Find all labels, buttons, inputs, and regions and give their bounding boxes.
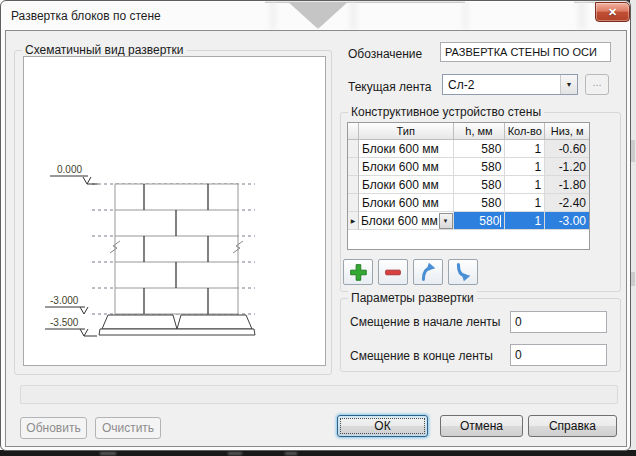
type-cell[interactable]: Блоки 600 мм bbox=[359, 176, 454, 194]
table-header-row: Тип h, мм Кол-во Низ, м bbox=[348, 123, 589, 140]
type-cell[interactable]: Блоки 600 мм bbox=[359, 140, 454, 158]
row-selector-cell[interactable] bbox=[348, 176, 359, 194]
designation-input[interactable] bbox=[440, 42, 611, 62]
low-cell[interactable]: -1.20 bbox=[545, 158, 589, 176]
start-offset-input[interactable] bbox=[510, 311, 607, 333]
height-cell[interactable]: 580 bbox=[454, 194, 506, 212]
combo-dropdown-button[interactable]: ▼ bbox=[560, 75, 577, 94]
height-cell[interactable]: 580 bbox=[454, 158, 506, 176]
current-strip-value: Сл-2 bbox=[443, 78, 560, 92]
column-header-low[interactable]: Низ, м bbox=[545, 123, 589, 140]
count-cell[interactable]: 1 bbox=[505, 158, 545, 176]
count-cell[interactable]: 1 bbox=[505, 176, 545, 194]
elevation-label: -3.500 bbox=[50, 317, 79, 328]
height-cell-editing[interactable]: 580 bbox=[454, 212, 506, 230]
end-offset-input[interactable] bbox=[510, 344, 607, 366]
text-caret bbox=[500, 215, 501, 227]
table-row-selected[interactable]: ▶ Блоки 600 мм ▼ 580 1 -3.00 bbox=[348, 212, 589, 230]
row-selector-cell[interactable] bbox=[348, 140, 359, 158]
background-artifact bbox=[100, 452, 116, 455]
low-cell[interactable]: -2.40 bbox=[545, 194, 589, 212]
elevation-mark-top: 0.000 bbox=[50, 164, 98, 184]
block-courses-table: Тип h, мм Кол-во Низ, м Блоки 600 мм 580… bbox=[347, 122, 590, 250]
low-cell[interactable]: -3.00 bbox=[545, 212, 589, 230]
background-artifact bbox=[228, 452, 242, 455]
browse-strip-button[interactable]: ... bbox=[585, 74, 609, 95]
current-strip-combobox[interactable]: Сл-2 ▼ bbox=[442, 74, 578, 95]
help-button[interactable]: Справка bbox=[528, 415, 617, 437]
start-offset-label: Смещение в начале ленты bbox=[350, 315, 500, 329]
chevron-down-icon: ▼ bbox=[443, 218, 449, 224]
table-row[interactable]: Блоки 600 мм 580 1 -0.60 bbox=[348, 140, 589, 158]
add-row-button[interactable] bbox=[343, 259, 373, 285]
close-button[interactable]: ✕ bbox=[595, 2, 630, 22]
row-selector-cell[interactable]: ▶ bbox=[348, 212, 359, 230]
designation-label: Обозначение bbox=[348, 47, 422, 61]
table-row[interactable]: Блоки 600 мм 580 1 -1.80 bbox=[348, 176, 589, 194]
table-row[interactable]: Блоки 600 мм 580 1 -1.20 bbox=[348, 158, 589, 176]
plus-icon bbox=[347, 261, 369, 283]
count-cell[interactable]: 1 bbox=[505, 212, 545, 230]
type-cell[interactable]: Блоки 600 мм bbox=[359, 158, 454, 176]
minus-icon bbox=[382, 261, 404, 283]
column-header-height[interactable]: h, мм bbox=[454, 123, 506, 140]
dialog-title: Развертка блоков по стене bbox=[11, 9, 161, 23]
count-cell[interactable]: 1 bbox=[505, 140, 545, 158]
update-button[interactable]: Обновить bbox=[20, 417, 87, 439]
structure-group-label: Конструктивное устройство стены bbox=[348, 105, 544, 119]
move-row-down-button[interactable] bbox=[448, 259, 478, 285]
status-panel bbox=[20, 385, 618, 404]
row-selector-cell[interactable] bbox=[348, 158, 359, 176]
elevation-mark-wall-bottom: -3.000 bbox=[45, 295, 88, 314]
low-cell[interactable]: -0.60 bbox=[545, 140, 589, 158]
row-selector-header bbox=[348, 123, 359, 140]
schematic-canvas: 0.000 -3.000 -3.500 bbox=[23, 56, 326, 366]
row-selector-cell[interactable] bbox=[348, 194, 359, 212]
column-header-count[interactable]: Кол-во bbox=[505, 123, 545, 140]
wall-development-drawing: 0.000 -3.000 -3.500 bbox=[24, 57, 325, 365]
background-artifact bbox=[285, 452, 297, 455]
current-strip-label: Текущая лента bbox=[348, 80, 431, 94]
clear-button[interactable]: Очистить bbox=[95, 417, 161, 439]
type-cell-dropdown-button[interactable]: ▼ bbox=[439, 213, 453, 229]
table-row[interactable]: Блоки 600 мм 580 1 -2.40 bbox=[348, 194, 589, 212]
focus-ring bbox=[340, 418, 425, 434]
arrow-up-icon bbox=[417, 261, 439, 283]
height-cell-value: 580 bbox=[479, 214, 499, 228]
elevation-mark-foundation-bottom: -3.500 bbox=[45, 317, 97, 336]
type-cell-value: Блоки 600 мм bbox=[361, 214, 438, 228]
end-offset-label: Смещение в конце ленты bbox=[350, 349, 493, 363]
count-cell[interactable]: 1 bbox=[505, 194, 545, 212]
arrow-down-icon bbox=[452, 261, 474, 283]
current-row-marker-icon: ▶ bbox=[351, 218, 356, 224]
height-cell[interactable]: 580 bbox=[454, 176, 506, 194]
close-icon: ✕ bbox=[608, 7, 617, 18]
type-cell-editor[interactable]: Блоки 600 мм ▼ bbox=[359, 212, 454, 230]
remove-row-button[interactable] bbox=[378, 259, 408, 285]
elevation-label: -3.000 bbox=[50, 295, 79, 306]
parameters-group-label: Параметры развертки bbox=[348, 291, 477, 305]
height-cell[interactable]: 580 bbox=[454, 140, 506, 158]
column-header-type[interactable]: Тип bbox=[359, 123, 454, 140]
schematic-group-label: Схематичный вид развертки bbox=[22, 43, 187, 57]
ok-button[interactable]: ОК bbox=[337, 415, 428, 437]
type-cell[interactable]: Блоки 600 мм bbox=[359, 194, 454, 212]
chevron-down-icon: ▼ bbox=[566, 81, 573, 88]
move-row-up-button[interactable] bbox=[413, 259, 443, 285]
elevation-label: 0.000 bbox=[57, 164, 82, 175]
cancel-button[interactable]: Отмена bbox=[440, 415, 523, 437]
screen: Развертка блоков по стене ✕ Схематичный … bbox=[0, 0, 636, 456]
low-cell[interactable]: -1.80 bbox=[545, 176, 589, 194]
